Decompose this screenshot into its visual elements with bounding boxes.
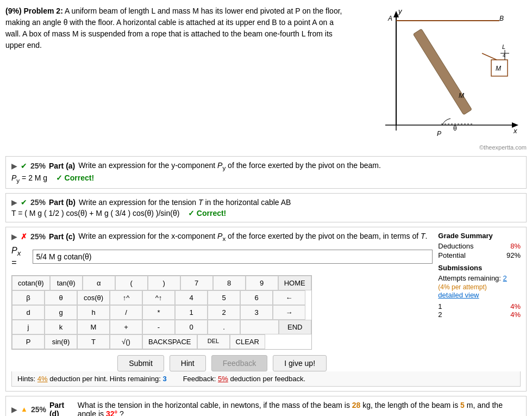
potential-label: Potential xyxy=(438,251,466,259)
kb-5[interactable]: 5 xyxy=(208,290,240,305)
kb-h[interactable]: h xyxy=(77,305,110,320)
submissions-title: Submissions xyxy=(438,264,521,272)
svg-text:L: L xyxy=(502,44,505,50)
svg-rect-7 xyxy=(413,29,472,115)
kb-open-paren[interactable]: ( xyxy=(115,276,148,290)
kb-clear[interactable]: CLEAR xyxy=(230,334,265,349)
sub-2-val: 4% xyxy=(510,311,521,319)
kb-cotan[interactable]: cotan(θ) xyxy=(12,276,50,290)
kb-caret-uparrow[interactable]: ^↑ xyxy=(142,290,175,305)
part-a-check-icon: ✔ xyxy=(21,162,27,170)
kb-d[interactable]: d xyxy=(12,305,45,320)
kb-theta[interactable]: θ xyxy=(45,290,77,305)
kb-8[interactable]: 8 xyxy=(213,276,246,290)
hints-bar: Hints: 4% deduction per hint. Hints rema… xyxy=(11,371,521,387)
kb-j[interactable]: j xyxy=(12,320,45,334)
kb-3[interactable]: 3 xyxy=(240,305,273,320)
kb-end[interactable]: END xyxy=(279,320,311,334)
part-d-percent: 25% xyxy=(31,405,46,414)
kb-multiply[interactable]: * xyxy=(142,305,175,320)
svg-text:θ: θ xyxy=(453,125,457,132)
kb-P[interactable]: P xyxy=(12,334,45,349)
kb-forward-arrow[interactable]: → xyxy=(273,305,305,320)
sub-1-num: 1 xyxy=(438,302,442,311)
kb-minus[interactable]: - xyxy=(142,320,175,334)
svg-line-13 xyxy=(482,53,497,60)
math-keyboard: cotan(θ) tan(θ) α ( ) 7 8 9 HOME β θ cos… xyxy=(11,275,312,350)
deductions-label: Deductions xyxy=(438,242,473,250)
part-d-mass-unit: kg xyxy=(362,401,371,409)
part-b-section: ▶ ✔ 25% Part (b) Write an expression for… xyxy=(5,193,527,222)
part-d-mass: 28 xyxy=(352,401,361,409)
kb-4[interactable]: 4 xyxy=(175,290,208,305)
problem-number: (9%) xyxy=(5,7,22,15)
deductions-value: 8% xyxy=(510,242,521,250)
kb-2[interactable]: 2 xyxy=(208,305,240,320)
feedback-prefix: Feedback: xyxy=(183,375,216,383)
kb-0[interactable]: 0 xyxy=(175,320,208,334)
kb-divide[interactable]: / xyxy=(110,305,142,320)
kb-backspace[interactable]: BACKSPACE xyxy=(142,334,197,349)
part-a-correct: ✓ Correct! xyxy=(56,173,94,182)
svg-text:P: P xyxy=(437,130,441,138)
svg-text:B: B xyxy=(499,15,504,22)
kb-sqrt[interactable]: √() xyxy=(110,334,142,349)
problem-label: Problem 2: xyxy=(23,7,62,15)
submit-button[interactable]: Submit xyxy=(117,355,164,371)
hint-button[interactable]: Hint xyxy=(170,355,206,371)
part-c-section: ▶ ✗ 25% Part (c) Write an expression for… xyxy=(5,227,527,392)
kb-g[interactable]: g xyxy=(45,305,77,320)
kb-plus[interactable]: + xyxy=(110,320,142,334)
copyright-text: ©theexpertta.com xyxy=(353,144,527,151)
kb-6[interactable]: 6 xyxy=(240,290,273,305)
part-a-section: ▶ ✔ 25% Part (a) Write an expression for… xyxy=(5,156,527,189)
kb-alpha[interactable]: α xyxy=(83,276,115,290)
kb-dot[interactable]: . xyxy=(208,320,240,334)
part-b-desc: Write an expression for the tension T in… xyxy=(79,198,291,207)
grade-summary: Grade Summary Deductions 8% Potential 92… xyxy=(438,232,521,371)
feedback-button[interactable]: Feedback xyxy=(211,355,267,371)
svg-text:M: M xyxy=(459,92,464,100)
part-d-angle: 32° xyxy=(106,409,117,416)
part-b-correct: ✓ Correct! xyxy=(188,209,226,218)
part-d-section: ▶ ▲ 25% Part (d) What is the tension in … xyxy=(5,396,527,416)
part-d-desc: What is the tension in the horizontal ca… xyxy=(78,401,521,416)
px-label: Px = xyxy=(11,246,28,267)
kb-beta[interactable]: β xyxy=(12,290,45,305)
kb-cos[interactable]: cos(θ) xyxy=(77,290,110,305)
kb-uparrow-caret[interactable]: ↑^ xyxy=(110,290,142,305)
part-c-label: Part (c) xyxy=(49,232,75,241)
kb-M[interactable]: M xyxy=(77,320,110,334)
svg-text:x: x xyxy=(513,127,517,135)
attempts-value: 2 xyxy=(503,274,507,282)
hints-prefix: Hints: xyxy=(17,375,35,383)
part-a-play-icon: ▶ xyxy=(11,162,17,170)
kb-close-paren[interactable]: ) xyxy=(148,276,180,290)
part-b-play-icon: ▶ xyxy=(11,198,17,207)
sub-1-val: 4% xyxy=(510,302,521,311)
part-a-label: Part (a) xyxy=(49,162,75,170)
kb-1[interactable]: 1 xyxy=(175,305,208,320)
kb-7[interactable]: 7 xyxy=(180,276,213,290)
part-b-label: Part (b) xyxy=(49,198,76,207)
answer-input[interactable] xyxy=(33,250,433,264)
detailed-view-link[interactable]: detailed view xyxy=(438,291,521,299)
kb-9[interactable]: 9 xyxy=(246,276,278,290)
svg-text:M: M xyxy=(496,65,501,72)
kb-k[interactable]: k xyxy=(45,320,77,334)
part-b-answer: T = ( M g ( 1/2 ) cos(θ) + M g ( 3/4 ) c… xyxy=(11,209,179,218)
kb-sin[interactable]: sin(θ) xyxy=(45,334,77,349)
feedback-suffix: deduction per feedback. xyxy=(230,375,305,383)
kb-T[interactable]: T xyxy=(77,334,110,349)
part-d-play-icon: ▶ xyxy=(11,405,17,414)
igiveup-button[interactable]: I give up! xyxy=(273,355,327,371)
sub-2-num: 2 xyxy=(438,311,442,319)
kb-del[interactable]: DEL xyxy=(197,334,230,349)
part-c-percent: 25% xyxy=(30,232,46,241)
kb-tan[interactable]: tan(θ) xyxy=(50,276,83,290)
kb-home[interactable]: HOME xyxy=(278,276,311,290)
kb-backspace-arrow[interactable]: ← xyxy=(273,290,305,305)
part-d-length-text: the length of the beam is xyxy=(375,401,458,409)
attempts-note: (4% per attempt) xyxy=(438,283,521,291)
potential-value: 92% xyxy=(506,251,521,259)
